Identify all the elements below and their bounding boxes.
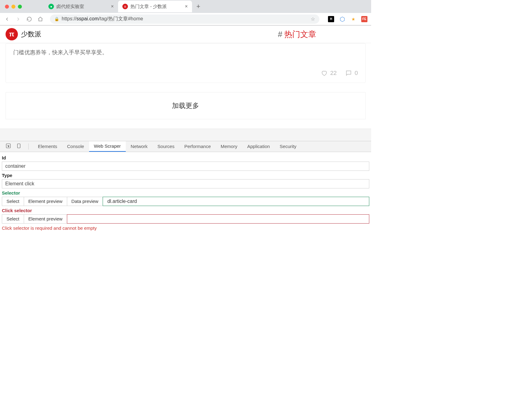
comment-count: 0 [354,70,358,76]
reload-button[interactable] [26,16,33,23]
window-controls [3,5,26,9]
like-count: 22 [330,70,337,76]
element-preview-button[interactable]: Element preview [24,214,67,224]
select-button[interactable]: Select [2,214,24,224]
forward-button[interactable] [15,16,22,23]
extension-icon[interactable]: ⬡ [339,16,345,22]
close-tab-icon[interactable]: × [185,4,188,9]
home-button[interactable] [37,16,44,23]
click-selector-label: Click selector [2,208,369,213]
click-selector-row: Select Element preview [2,214,369,224]
devtools-tab-elements[interactable]: Elements [33,141,62,152]
selector-label: Selector [2,190,369,196]
browser-tab-0[interactable]: ● 卤代烃实验室 × [44,1,118,12]
close-tab-icon[interactable]: × [111,4,114,9]
inspect-icon[interactable] [3,143,14,150]
minimize-window-button[interactable] [11,5,15,9]
site-header: π 少数派 #热门文章 [0,26,371,43]
address-bar[interactable]: 🔒 https://sspai.com/tag/热门文章#home ☆ [50,14,319,24]
select-button[interactable]: Select [2,197,24,206]
browser-tab-1[interactable]: π 热门文章 - 少数派 × [118,1,192,12]
svg-rect-1 [18,144,20,148]
data-preview-button[interactable]: Data preview [67,197,103,206]
new-tab-button[interactable]: + [192,2,205,10]
like-button[interactable]: 22 [321,70,337,76]
tab-strip: ● 卤代烃实验室 × π 热门文章 - 少数派 × + [0,0,371,13]
click-selector-input[interactable] [67,214,369,224]
extension-icon[interactable]: H [328,16,334,22]
tab-title: 热门文章 - 少数派 [130,4,182,10]
comment-button[interactable]: 0 [345,70,358,76]
devtools-body: Id Type Selector Select Element preview … [0,152,371,232]
devtools-tab-security[interactable]: Security [275,141,301,152]
id-label: Id [2,155,369,160]
devtools-tab-application[interactable]: Application [242,141,275,152]
browser-toolbar: 🔒 https://sspai.com/tag/热门文章#home ☆ H ⬡ … [0,13,371,25]
article-card: 门槛优惠券等，快来入手早买早享受。 22 0 [6,43,366,83]
selector-row: Select Element preview Data preview [2,197,369,206]
devtools-tab-sources[interactable]: Sources [153,141,179,152]
comment-icon [345,70,352,76]
extensions: H ⬡ ★ FE [326,16,367,22]
devtools-tab-memory[interactable]: Memory [216,141,242,152]
element-preview-button[interactable]: Element preview [24,197,67,206]
url-text: https://sspai.com/tag/热门文章#home [62,16,308,22]
devtools-tab-webscraper[interactable]: Web Scraper [89,141,126,152]
logo-text: 少数派 [21,30,41,39]
error-message: Click selector is required and cannot be… [2,225,369,231]
back-button[interactable] [4,16,10,23]
type-label: Type [2,173,369,178]
extension-icon[interactable]: ★ [350,16,356,22]
page-hashtag: #热门文章 [278,29,316,40]
lock-icon: 🔒 [54,17,59,21]
page-body: 门槛优惠券等，快来入手早买早享受。 22 0 加载更多 [0,43,371,119]
device-icon[interactable] [14,143,24,150]
divider [28,143,29,150]
tab-title: 卤代烃实验室 [56,4,109,10]
sspai-icon: π [122,4,128,9]
logo-icon: π [6,28,18,40]
maximize-window-button[interactable] [18,5,22,9]
site-logo[interactable]: π 少数派 [6,28,41,40]
selector-input[interactable] [103,197,369,206]
type-select[interactable] [2,179,369,188]
close-window-button[interactable] [5,5,9,9]
load-more-button[interactable]: 加载更多 [6,92,366,119]
article-excerpt: 门槛优惠券等，快来入手早买早享受。 [13,48,358,57]
id-input[interactable] [2,162,369,171]
devtools-panel: Elements Console Web Scraper Network Sou… [0,141,371,232]
devtools-tabs: Elements Console Web Scraper Network Sou… [0,141,371,152]
star-icon[interactable]: ☆ [311,16,315,22]
wechat-icon: ● [48,4,54,9]
devtools-tab-performance[interactable]: Performance [179,141,216,152]
browser-chrome: ● 卤代烃实验室 × π 热门文章 - 少数派 × + 🔒 https://ss… [0,0,371,26]
article-meta: 22 0 [13,70,358,76]
devtools-tab-network[interactable]: Network [126,141,153,152]
page-background [0,129,371,141]
heart-icon [321,70,328,76]
devtools-tab-console[interactable]: Console [62,141,89,152]
extension-icon[interactable]: FE [361,16,367,22]
